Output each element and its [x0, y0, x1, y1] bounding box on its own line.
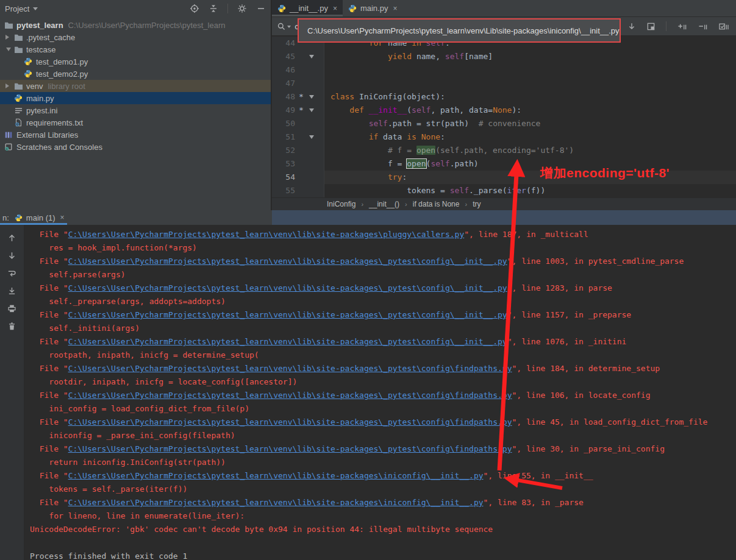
code-line-46[interactable]: 46 [272, 63, 736, 77]
search-icon[interactable] [277, 22, 286, 31]
code-line-text: if data is None: [324, 130, 736, 144]
clear-all-icon[interactable] [7, 322, 16, 331]
breadcrumb-item-if-data-is-none[interactable]: if data is None [413, 200, 460, 208]
tree-item-label: External Libraries [16, 130, 78, 140]
close-tab-icon[interactable]: × [393, 4, 397, 13]
traceback-file-link[interactable]: C:\Users\User\PycharmProjects\pytest_lea… [68, 364, 512, 373]
line-number: 45 [272, 50, 296, 63]
add-occurrence-icon[interactable] [677, 22, 687, 31]
expanded-arrow-icon[interactable] [3, 46, 13, 54]
collapsed-arrow-icon[interactable] [3, 35, 13, 40]
code-line-47[interactable]: 47 [272, 77, 736, 90]
code-line-49[interactable]: 49* def __init__(self, path, data=None): [272, 104, 736, 117]
tree-item-test-demo1-py[interactable]: test_demo1.py [0, 55, 271, 68]
breadcrumb-separator: › [405, 200, 407, 208]
code-line-53[interactable]: 53 f = open(self.path) [272, 157, 736, 171]
tree-item-label: testcase [26, 45, 55, 54]
gutter-line-47: 47 [272, 77, 324, 90]
fold-column [306, 63, 317, 77]
gutter-spacer [296, 50, 306, 63]
code-line-text: def __init__(self, path, data=None): [324, 104, 736, 117]
code-line-52[interactable]: 52 # f = open(self.path, encoding='utf-8… [272, 144, 736, 157]
gutter-line-54: 54 [272, 171, 324, 184]
tree-item-requirements-txt[interactable]: requirements.txt [0, 116, 271, 129]
console-line-22: for lineno, line in enumerate(line_iter)… [30, 509, 736, 523]
code-line-45[interactable]: 45 yield name, self[name] [272, 50, 736, 63]
print-icon[interactable] [7, 304, 16, 313]
down-stack-trace-icon[interactable] [7, 251, 16, 260]
tree-item-pytest-learn[interactable]: pytest_learnC:\Users\User\PycharmProject… [0, 19, 271, 31]
code-line-51[interactable]: 51 if data is None: [272, 130, 736, 144]
fold-marker-icon[interactable] [306, 50, 317, 63]
fold-marker-icon[interactable] [306, 130, 317, 144]
next-occurrence-icon[interactable] [627, 22, 636, 30]
code-editor[interactable]: 44 for name in self:45 yield name, self[… [272, 37, 736, 197]
chevron-down-icon[interactable] [33, 7, 38, 13]
tab-label: __init__.py [290, 4, 328, 13]
settings-gear-icon[interactable] [237, 4, 247, 13]
toolbar-separator [227, 4, 228, 13]
tree-item-scratches-and-consoles[interactable]: Scratches and Consoles [0, 141, 271, 153]
console-toolbar [0, 225, 24, 560]
up-stack-trace-icon[interactable] [7, 233, 16, 243]
tree-item-test-demo2-py[interactable]: test_demo2.py [0, 68, 271, 80]
tree-item-pytest-ini[interactable]: pytest.ini [0, 104, 271, 116]
hide-panel-icon[interactable] [256, 4, 266, 13]
fold-column [306, 144, 317, 157]
code-line-54[interactable]: 54 try: [272, 171, 736, 184]
run-tab-label: main (1) [26, 213, 55, 222]
search-options-caret-icon[interactable] [287, 26, 291, 30]
console-line-5: File "C:\Users\User\PycharmProjects\pyte… [30, 282, 736, 295]
traceback-file-link[interactable]: C:\Users\User\PycharmProjects\pytest_lea… [68, 310, 507, 319]
code-line-text: tokens = self._parse(iter(f)) [324, 184, 736, 197]
tree-item-main-py[interactable]: main.py [0, 92, 271, 104]
console-output[interactable]: File "C:\Users\User\PycharmProjects\pyte… [25, 225, 736, 560]
close-tab-icon[interactable]: × [60, 213, 65, 222]
code-line-48[interactable]: 48*class IniConfig(object): [272, 90, 736, 104]
collapsed-arrow-icon[interactable] [3, 83, 13, 88]
code-line-55[interactable]: 55 tokens = self._parse(iter(f)) [272, 184, 736, 197]
breadcrumb-item-try[interactable]: try [473, 200, 481, 208]
tree-item-label: venv [26, 82, 43, 91]
fold-marker-icon[interactable] [306, 104, 317, 117]
code-line-50[interactable]: 50 self.path = str(path) # convenience [272, 117, 736, 130]
close-tab-icon[interactable]: × [333, 4, 337, 13]
traceback-file-link[interactable]: C:\Users\User\PycharmProjects\pytest_lea… [68, 257, 507, 266]
soft-wrap-icon[interactable] [7, 269, 16, 278]
tree-item-testcase[interactable]: testcase [0, 43, 271, 55]
traceback-file-link[interactable]: C:\Users\User\PycharmProjects\pytest_lea… [68, 444, 512, 453]
folder-icon [13, 34, 23, 41]
traceback-file-link[interactable]: C:\Users\User\PycharmProjects\pytest_lea… [68, 471, 484, 480]
traceback-file-link[interactable]: C:\Users\User\PycharmProjects\pytest_lea… [68, 337, 507, 346]
console-line-21: File "C:\Users\User\PycharmProjects\pyte… [30, 496, 736, 509]
gutter-spacer [296, 130, 306, 144]
traceback-file-link[interactable]: C:\Users\User\PycharmProjects\pytest_lea… [68, 498, 484, 507]
remove-occurrence-icon[interactable] [698, 22, 708, 31]
tree-item-external-libraries[interactable]: External Libraries [0, 129, 271, 141]
tree-item-pytest-cache[interactable]: .pytest_cache [0, 31, 271, 43]
traceback-file-link[interactable]: C:\Users\User\PycharmProjects\pytest_lea… [68, 283, 507, 292]
console-line-2: res = hook_impl.function(*args) [30, 241, 736, 255]
console-line-15: File "C:\Users\User\PycharmProjects\pyte… [30, 416, 736, 429]
breadcrumb-item-init[interactable]: __init__() [369, 200, 399, 208]
select-all-occurrences-icon[interactable] [718, 22, 729, 31]
run-tab-main[interactable]: main (1) × [13, 210, 66, 225]
locate-file-icon[interactable] [190, 4, 199, 13]
console-line-23: UnicodeDecodeError: 'gbk' codec can't de… [30, 523, 736, 536]
open-in-find-window-icon[interactable] [646, 22, 656, 31]
gutter-line-46: 46 [272, 63, 324, 77]
tree-item-venv[interactable]: venvlibrary root [0, 80, 271, 92]
console-line-7: File "C:\Users\User\PycharmProjects\pyte… [30, 308, 736, 322]
traceback-file-link[interactable]: C:\Users\User\PycharmProjects\pytest_lea… [68, 230, 465, 239]
gutter-line-51: 51 [272, 130, 324, 144]
project-panel-title[interactable]: Project [5, 4, 29, 13]
fold-marker-icon[interactable] [306, 90, 317, 104]
gutter-line-52: 52 [272, 144, 324, 157]
collapse-all-icon[interactable] [209, 4, 218, 13]
tab-init-py[interactable]: __init__.py × [272, 0, 343, 16]
tab-main-py[interactable]: main.py × [343, 0, 403, 16]
breadcrumb-item-iniconfig[interactable]: IniConfig [327, 200, 355, 208]
traceback-file-link[interactable]: C:\Users\User\PycharmProjects\pytest_lea… [68, 391, 512, 400]
scroll-to-end-icon[interactable] [7, 286, 16, 296]
traceback-file-link[interactable]: C:\Users\User\PycharmProjects\pytest_lea… [68, 417, 512, 427]
